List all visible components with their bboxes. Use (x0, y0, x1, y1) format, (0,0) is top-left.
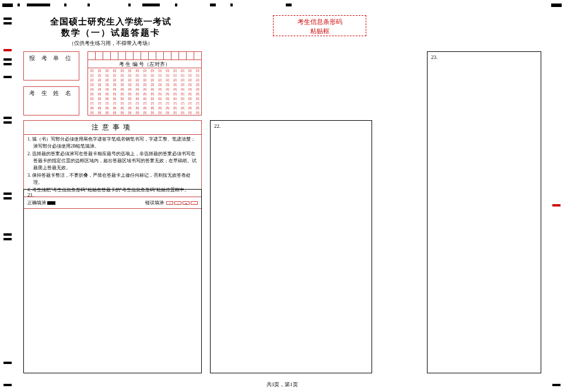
bubble-9[interactable]: [9] (141, 110, 149, 115)
bubble-7[interactable]: [7] (111, 101, 118, 106)
bubble-0[interactable]: [0] (111, 68, 118, 73)
bubble-6[interactable]: [6] (141, 96, 149, 101)
bubble-7[interactable]: [7] (103, 101, 111, 106)
bubble-0[interactable]: [0] (134, 68, 141, 73)
bubble-1[interactable]: [1] (111, 73, 118, 78)
bubble-5[interactable]: [5] (118, 92, 126, 96)
bubble-5[interactable]: [5] (141, 92, 149, 96)
bubble-7[interactable]: [7] (141, 101, 149, 106)
bubble-1[interactable]: [1] (149, 73, 156, 78)
bubble-9[interactable]: [9] (126, 110, 134, 115)
bubble-2[interactable]: [2] (194, 78, 201, 82)
bubble-6[interactable]: [6] (163, 96, 171, 101)
bubble-0[interactable]: [0] (141, 68, 149, 73)
bubble-8[interactable]: [8] (103, 106, 111, 110)
bubble-9[interactable]: [9] (118, 110, 126, 115)
bubble-3[interactable]: [3] (178, 82, 186, 87)
bubble-5[interactable]: [5] (103, 92, 111, 96)
bubble-8[interactable]: [8] (149, 106, 156, 110)
bubble-1[interactable]: [1] (103, 73, 111, 78)
bubble-6[interactable]: [6] (178, 96, 186, 101)
bubble-6[interactable]: [6] (149, 96, 156, 101)
bubble-8[interactable]: [8] (156, 106, 163, 110)
bubble-1[interactable]: [1] (186, 73, 194, 78)
bubble-4[interactable]: [4] (194, 87, 201, 92)
bubble-5[interactable]: [5] (126, 92, 134, 96)
bubble-2[interactable]: [2] (134, 78, 141, 82)
bubble-1[interactable]: [1] (141, 73, 149, 78)
bubble-5[interactable]: [5] (88, 92, 96, 96)
bubble-9[interactable]: [9] (163, 110, 171, 115)
bubble-2[interactable]: [2] (149, 78, 156, 82)
bubble-0[interactable]: [0] (171, 68, 178, 73)
bubble-7[interactable]: [7] (134, 101, 141, 106)
bubble-4[interactable]: [4] (103, 87, 111, 92)
bubble-2[interactable]: [2] (111, 78, 118, 82)
bubble-9[interactable]: [9] (96, 110, 103, 115)
bubble-9[interactable]: [9] (149, 110, 156, 115)
bubble-7[interactable]: [7] (88, 101, 96, 106)
bubble-9[interactable]: [9] (134, 110, 141, 115)
bubble-0[interactable]: [0] (88, 68, 96, 73)
bubble-3[interactable]: [3] (141, 82, 149, 87)
bubble-8[interactable]: [8] (186, 106, 194, 110)
bubble-1[interactable]: [1] (96, 73, 103, 78)
bubble-1[interactable]: [1] (126, 73, 134, 78)
bubble-5[interactable]: [5] (171, 92, 178, 96)
bubble-9[interactable]: [9] (178, 110, 186, 115)
bubble-9[interactable]: [9] (194, 110, 201, 115)
bubble-4[interactable]: [4] (96, 87, 103, 92)
bubble-3[interactable]: [3] (186, 82, 194, 87)
bubble-8[interactable]: [8] (126, 106, 134, 110)
bubble-4[interactable]: [4] (149, 87, 156, 92)
bubble-8[interactable]: [8] (134, 106, 141, 110)
bubble-0[interactable]: [0] (178, 68, 186, 73)
bubble-6[interactable]: [6] (171, 96, 178, 101)
bubble-5[interactable]: [5] (156, 92, 163, 96)
bubble-8[interactable]: [8] (118, 106, 126, 110)
bubble-9[interactable]: [9] (88, 110, 96, 115)
bubble-0[interactable]: [0] (156, 68, 163, 73)
bubble-4[interactable]: [4] (141, 87, 149, 92)
bubble-2[interactable]: [2] (163, 78, 171, 82)
bubble-7[interactable]: [7] (194, 101, 201, 106)
bubble-0[interactable]: [0] (186, 68, 194, 73)
bubble-4[interactable]: [4] (186, 87, 194, 92)
bubble-3[interactable]: [3] (111, 82, 118, 87)
bubble-1[interactable]: [1] (194, 73, 201, 78)
bubble-0[interactable]: [0] (96, 68, 103, 73)
bubble-4[interactable]: [4] (118, 87, 126, 92)
bubble-4[interactable]: [4] (171, 87, 178, 92)
bubble-2[interactable]: [2] (186, 78, 194, 82)
bubble-9[interactable]: [9] (156, 110, 163, 115)
bubble-2[interactable]: [2] (156, 78, 163, 82)
bubble-2[interactable]: [2] (178, 78, 186, 82)
bubble-3[interactable]: [3] (156, 82, 163, 87)
bubble-3[interactable]: [3] (171, 82, 178, 87)
bubble-3[interactable]: [3] (88, 82, 96, 87)
bubble-7[interactable]: [7] (178, 101, 186, 106)
bubble-2[interactable]: [2] (96, 78, 103, 82)
bubble-8[interactable]: [8] (194, 106, 201, 110)
bubble-1[interactable]: [1] (88, 73, 96, 78)
bubble-8[interactable]: [8] (111, 106, 118, 110)
bubble-2[interactable]: [2] (126, 78, 134, 82)
bubble-4[interactable]: [4] (134, 87, 141, 92)
bubble-4[interactable]: [4] (178, 87, 186, 92)
bubble-5[interactable]: [5] (163, 92, 171, 96)
bubble-1[interactable]: [1] (156, 73, 163, 78)
bubble-5[interactable]: [5] (194, 92, 201, 96)
bubble-7[interactable]: [7] (163, 101, 171, 106)
bubble-6[interactable]: [6] (126, 96, 134, 101)
bubble-3[interactable]: [3] (118, 82, 126, 87)
bubble-5[interactable]: [5] (96, 92, 103, 96)
bubble-3[interactable]: [3] (149, 82, 156, 87)
bubble-8[interactable]: [8] (171, 106, 178, 110)
bubble-6[interactable]: [6] (88, 96, 96, 101)
bubble-9[interactable]: [9] (111, 110, 118, 115)
bubble-3[interactable]: [3] (96, 82, 103, 87)
bubble-8[interactable]: [8] (96, 106, 103, 110)
bubble-0[interactable]: [0] (126, 68, 134, 73)
bubble-0[interactable]: [0] (118, 68, 126, 73)
bubble-8[interactable]: [8] (141, 106, 149, 110)
